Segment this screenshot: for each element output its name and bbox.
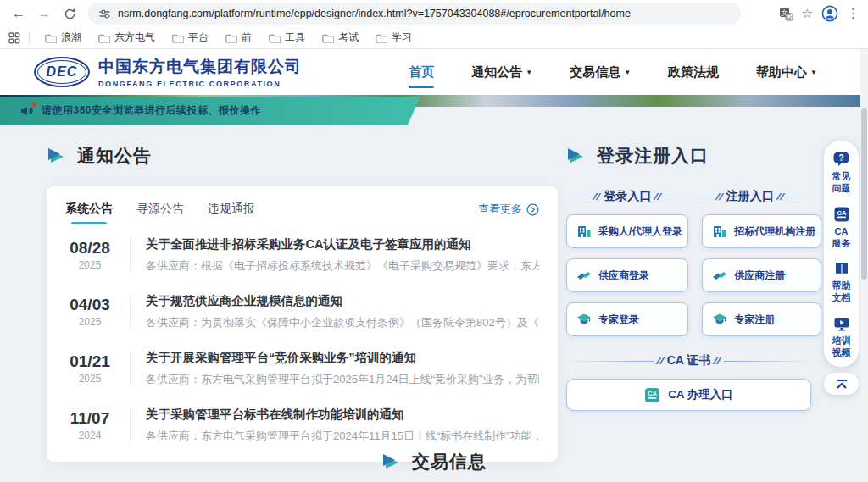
question-icon: ? — [832, 151, 850, 168]
trade-info-section-title: 交易信息 — [381, 450, 487, 474]
bookmark-folder[interactable]: 学习 — [369, 29, 419, 47]
company-name-en: DONGFANG ELECTRIC CORPORATION — [98, 80, 302, 88]
refresh-icon[interactable] — [59, 3, 80, 24]
company-name-cn: 中国东方电气集团有限公司 — [98, 56, 302, 78]
notice-desc: 各供应商：东方电气采购管理平台拟于2024年11月15日上线“标书在线制作”功能… — [146, 429, 539, 444]
scrollbar-thumb[interactable] — [861, 108, 867, 280]
notice-title[interactable]: 关于全面推进非招标采购业务CA认证及电子签章应用的通知 — [146, 236, 539, 252]
bookmark-folder[interactable]: 前 — [219, 29, 259, 47]
nav-home[interactable]: 首页 — [409, 64, 434, 80]
notice-title[interactable]: 关于采购管理平台标书在线制作功能培训的通知 — [146, 407, 539, 423]
back-icon[interactable]: ← — [8, 3, 29, 24]
handshake-icon — [576, 268, 592, 283]
notice-desc: 各供应商：为贯彻落实《保障中小企业款项支付条例》（国务院令第802号）及《中小企… — [146, 315, 539, 330]
page: DEC 中国东方电气集团有限公司 DONGFANG ELECTRIC CORPO… — [0, 49, 868, 482]
bookmark-label: 浪潮 — [61, 30, 81, 45]
bidding-agency-register-button[interactable]: 招标代理机构注册 — [702, 214, 821, 248]
notice-title[interactable]: 关于规范供应商企业规模信息的通知 — [146, 293, 539, 309]
site-settings-icon[interactable] — [98, 8, 111, 20]
document-icon — [833, 260, 850, 277]
section-arrow-icon — [47, 147, 65, 165]
graduate-cap-icon — [712, 312, 727, 327]
notice-date: 11/07 2024 — [65, 409, 114, 441]
supplier-register-button[interactable]: 供应商注册 — [702, 258, 821, 292]
profile-avatar-icon[interactable] — [821, 5, 838, 22]
chevron-down-icon: ▼ — [624, 69, 631, 76]
expert-login-button[interactable]: 专家登录 — [566, 302, 688, 336]
ca-certificate-header: CA 证书 — [566, 353, 811, 368]
nav-notices[interactable]: 通知公告▼ — [471, 64, 532, 80]
graduate-cap-icon — [576, 312, 592, 327]
folder-icon — [269, 33, 281, 43]
register-entry-header: 注册入口 — [689, 189, 812, 204]
browser-notice-ribbon: 请使用360安全浏览器进行后续投标、报价操作 — [0, 97, 420, 125]
url-text[interactable]: nsrm.dongfang.com/platform/runtime/epp/d… — [118, 8, 631, 19]
notice-date: 01/21 2025 — [65, 352, 114, 385]
url-bar[interactable]: nsrm.dongfang.com/platform/runtime/epp/d… — [88, 3, 741, 25]
notice-title[interactable]: 关于开展采购管理平台“竞价采购业务”培训的通知 — [146, 350, 539, 366]
expert-register-button[interactable]: 专家注册 — [702, 302, 821, 336]
bookmark-folder[interactable]: 浪潮 — [38, 29, 88, 47]
bookmark-folder[interactable]: 平台 — [165, 29, 215, 47]
notice-item[interactable]: 01/21 2025 关于开展采购管理平台“竞价采购业务”培训的通知 各供应商：… — [47, 340, 558, 396]
notices-card: 系统公告 寻源公告 违规通报 查看更多 08/28 2025 关于全面推进非招标… — [47, 186, 558, 462]
notification-dot — [32, 102, 36, 107]
ca-card-icon: CA — [833, 206, 850, 223]
apps-grid-icon[interactable] — [8, 32, 20, 44]
help-docs-button[interactable]: 帮助文档 — [831, 260, 853, 304]
folder-icon — [376, 33, 387, 43]
supplier-login-button[interactable]: 供应商登录 — [566, 258, 688, 292]
scrollbar-track[interactable] — [860, 49, 868, 482]
section-arrow-icon — [566, 147, 585, 165]
section-title: 登录注册入口 — [597, 144, 709, 168]
video-icon — [833, 315, 850, 332]
circle-chevron-right-icon — [526, 203, 539, 216]
bookmark-label: 东方电气 — [114, 30, 155, 45]
divider — [29, 32, 30, 44]
nav-help-center[interactable]: 帮助中心▼ — [756, 64, 817, 80]
nav-policies[interactable]: 政策法规 — [668, 64, 719, 80]
section-title: 交易信息 — [412, 450, 487, 474]
menu-dots-icon[interactable]: ⋮ — [847, 6, 860, 21]
login-entry-header: 登录入口 — [566, 189, 689, 204]
translate-icon[interactable]: 文G — [779, 7, 793, 21]
bookmarks-bar: 浪潮 东方电气 平台 前 工具 考试 学习 — [0, 27, 868, 49]
bookmark-label: 前 — [242, 30, 252, 45]
view-more-link[interactable]: 查看更多 — [478, 202, 539, 217]
floating-toolbar: ? 常见问题 CA CA服务 帮助文档 培训视频 — [824, 141, 859, 367]
bookmark-folder[interactable]: 考试 — [315, 29, 365, 47]
bookmark-star-icon[interactable]: ☆ — [802, 6, 813, 21]
ca-apply-button[interactable]: CA CA 办理入口 — [566, 379, 811, 411]
notices-tabs: 系统公告 寻源公告 违规通报 查看更多 — [47, 190, 558, 226]
ca-service-button[interactable]: CA CA服务 — [831, 206, 853, 250]
collapse-toolbar-button[interactable] — [824, 373, 859, 395]
notice-item[interactable]: 08/28 2025 关于全面推进非招标采购业务CA认证及电子签章应用的通知 各… — [47, 226, 558, 283]
faq-button[interactable]: ? 常见问题 — [831, 151, 853, 195]
tab-sourcing-notices[interactable]: 寻源公告 — [136, 202, 184, 217]
divider — [130, 237, 131, 273]
divider — [130, 294, 131, 330]
company-logo[interactable]: DEC 中国东方电气集团有限公司 DONGFANG ELECTRIC CORPO… — [34, 56, 302, 88]
collapse-up-icon — [835, 379, 849, 390]
folder-icon — [322, 33, 334, 43]
folder-icon — [172, 33, 184, 43]
training-videos-button[interactable]: 培训视频 — [831, 315, 853, 359]
tab-system-notices[interactable]: 系统公告 — [65, 202, 113, 217]
notice-item[interactable]: 04/03 2025 关于规范供应商企业规模信息的通知 各供应商：为贯彻落实《保… — [47, 283, 558, 340]
nav-trade-info[interactable]: 交易信息▼ — [570, 64, 631, 80]
site-header: DEC 中国东方电气集团有限公司 DONGFANG ELECTRIC CORPO… — [0, 49, 868, 95]
buyer-agent-login-button[interactable]: 采购人/代理人登录 — [566, 214, 688, 248]
handshake-icon — [712, 268, 727, 283]
bookmark-folder[interactable]: 工具 — [262, 29, 312, 47]
svg-text:?: ? — [838, 153, 843, 163]
ribbon-text: 请使用360安全浏览器进行后续投标、报价操作 — [42, 103, 261, 118]
forward-icon[interactable]: → — [34, 3, 54, 24]
bookmark-label: 平台 — [188, 30, 209, 45]
bookmark-label: 学习 — [392, 30, 412, 45]
notice-item[interactable]: 11/07 2024 关于采购管理平台标书在线制作功能培训的通知 各供应商：东方… — [47, 396, 558, 453]
notice-desc: 各供应商：东方电气采购管理平台拟于2025年1月24日上线“竞价采购”业务，为帮… — [146, 372, 539, 387]
svg-text:CA: CA — [837, 208, 846, 216]
svg-text:CA: CA — [648, 390, 657, 397]
tab-violation-reports[interactable]: 违规通报 — [208, 202, 255, 217]
bookmark-folder[interactable]: 东方电气 — [92, 29, 162, 47]
